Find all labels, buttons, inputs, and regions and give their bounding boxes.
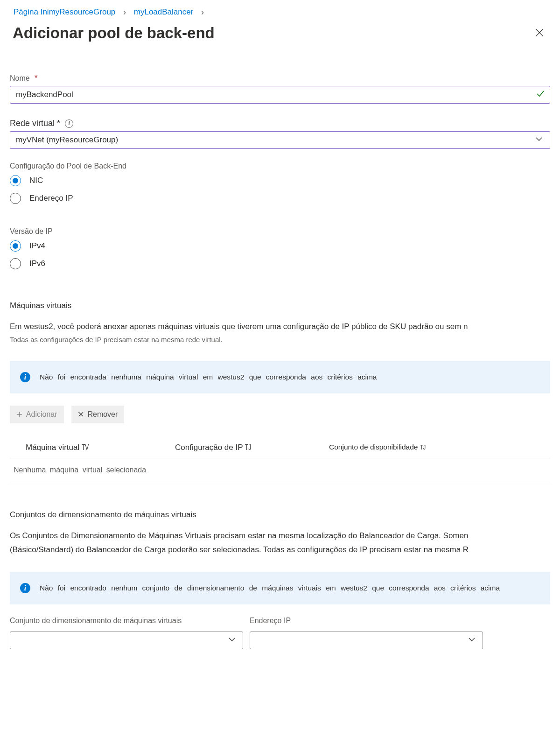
radio-label: Endereço IP	[29, 194, 73, 203]
info-icon: i	[20, 583, 30, 593]
breadcrumb-home[interactable]: Página InimyResourceGroup	[14, 7, 115, 16]
radio-label: NIC	[29, 176, 43, 185]
x-icon: ×	[77, 409, 84, 420]
vm-description-2: Todas as configurações de IP precisam es…	[10, 335, 550, 345]
info-icon[interactable]: i	[65, 119, 73, 128]
vm-table-empty: Nenhuma máquina virtual selecionada	[10, 458, 550, 482]
check-icon	[536, 90, 545, 100]
name-label: Nome*	[10, 73, 550, 83]
column-header-ipconfig[interactable]: Configuração de IP TJ	[175, 443, 329, 452]
remove-button[interactable]: × Remover	[71, 406, 125, 423]
column-header-availset[interactable]: Conjunto de disponibilidade TJ	[329, 443, 428, 452]
poolcfg-option-nic[interactable]: NIC	[10, 175, 550, 186]
name-input[interactable]	[10, 86, 550, 104]
radio-label: IPv4	[29, 241, 45, 251]
page-title: Adicionar pool de back-end	[13, 24, 215, 42]
poolcfg-label: Configuração do Pool de Back-End	[10, 162, 550, 170]
vm-info-notice: i Não foi encontrada nenhuma máquina vir…	[10, 361, 550, 393]
close-button[interactable]	[532, 24, 547, 42]
radio-icon	[10, 258, 21, 269]
radio-label: IPv6	[29, 259, 45, 268]
vmss-ip-select[interactable]	[250, 632, 483, 649]
vm-description: Em westus2, você poderá anexar apenas má…	[10, 321, 550, 333]
column-header-vm[interactable]: Máquina virtual TV	[26, 443, 175, 452]
breadcrumb: Página InimyResourceGroup › myLoadBalanc…	[10, 0, 550, 17]
chevron-down-icon	[535, 135, 543, 145]
chevron-right-icon: ›	[118, 7, 132, 17]
notice-text: Não foi encontrado nenhum conjunto de di…	[40, 584, 500, 592]
vmss-info-notice: i Não foi encontrado nenhum conjunto de …	[10, 572, 550, 604]
ipver-label: Versão de IP	[10, 227, 550, 236]
radio-icon	[10, 193, 21, 204]
radio-selected-icon	[10, 240, 21, 252]
info-icon: i	[20, 372, 30, 382]
button-label: Adicionar	[26, 410, 57, 419]
vmss-description-2: (Básico/Standard) do Balanceador de Carg…	[10, 544, 550, 556]
radio-selected-icon	[10, 175, 21, 186]
vm-table-header: Máquina virtual TV Configuração de IP TJ…	[10, 440, 550, 458]
button-label: Remover	[87, 410, 118, 419]
vmss-col2-label: Endereço IP	[250, 617, 483, 625]
chevron-down-icon	[228, 636, 236, 645]
poolcfg-option-ip[interactable]: Endereço IP	[10, 193, 550, 204]
vmss-section-title: Conjuntos de dimensionamento de máquinas…	[10, 510, 550, 519]
vmss-select[interactable]	[10, 632, 243, 649]
vmss-description: Os Conjuntos de Dimensionamento de Máqui…	[10, 530, 550, 542]
ipver-option-v4[interactable]: IPv4	[10, 240, 550, 252]
vmss-col1-label: Conjunto de dimensionamento de máquinas …	[10, 617, 243, 625]
vnet-select[interactable]: myVNet (myResourceGroup)	[10, 131, 550, 149]
ipver-option-v6[interactable]: IPv6	[10, 258, 550, 269]
close-icon	[535, 28, 544, 37]
breadcrumb-loadbalancer[interactable]: myLoadBalancer	[134, 7, 194, 16]
notice-text: Não foi encontrada nenhuma máquina virtu…	[40, 373, 377, 381]
required-icon: *	[35, 73, 38, 83]
chevron-right-icon: ›	[196, 7, 210, 17]
vm-section-title: Máquinas virtuais	[10, 301, 550, 310]
chevron-down-icon	[468, 636, 476, 645]
add-button[interactable]: + Adicionar	[10, 406, 64, 423]
plus-icon: +	[16, 409, 22, 420]
vnet-label: Rede virtual * i	[10, 119, 550, 128]
